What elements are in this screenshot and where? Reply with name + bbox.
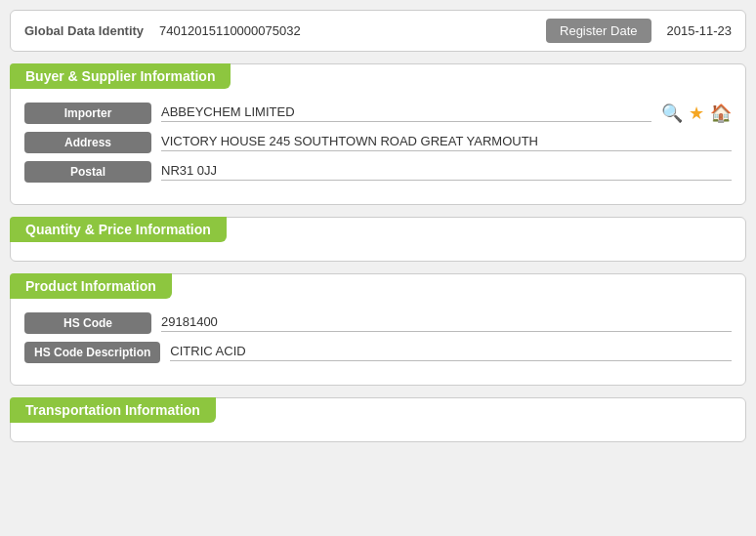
global-data-identity-value: 74012015110000075032 xyxy=(159,23,301,38)
product-info-body: HS Code 29181400 HS Code Description CIT… xyxy=(11,309,745,375)
hs-code-value: 29181400 xyxy=(161,314,732,332)
postal-label: Postal xyxy=(24,161,151,183)
postal-value: NR31 0JJ xyxy=(161,163,732,181)
product-info-header: Product Information xyxy=(10,273,172,299)
hs-code-description-row: HS Code Description CITRIC ACID xyxy=(24,342,732,363)
buyer-supplier-section: Buyer & Supplier Information Importer AB… xyxy=(10,63,746,205)
buyer-supplier-body: Importer ABBEYCHEM LIMITED 🔍 ★ 🏠 Address… xyxy=(11,99,745,194)
global-data-identity-label: Global Data Identity xyxy=(24,23,144,38)
transportation-header: Transportation Information xyxy=(10,397,216,423)
hs-code-label: HS Code xyxy=(24,312,151,334)
hs-code-row: HS Code 29181400 xyxy=(24,312,732,334)
search-icon[interactable]: 🔍 xyxy=(661,103,683,124)
home-icon[interactable]: 🏠 xyxy=(710,103,732,124)
action-icons: 🔍 ★ 🏠 xyxy=(661,103,732,124)
address-value: VICTORY HOUSE 245 SOUTHTOWN ROAD GREAT Y… xyxy=(161,134,732,151)
importer-value: ABBEYCHEM LIMITED xyxy=(161,104,651,122)
register-date-value: 2015-11-23 xyxy=(667,23,733,38)
buyer-supplier-header: Buyer & Supplier Information xyxy=(10,63,231,89)
transportation-section: Transportation Information xyxy=(10,397,746,442)
address-label: Address xyxy=(24,132,151,153)
register-date-button[interactable]: Register Date xyxy=(546,19,651,43)
postal-row: Postal NR31 0JJ xyxy=(24,161,732,183)
quantity-price-header: Quantity & Price Information xyxy=(10,217,227,242)
star-icon[interactable]: ★ xyxy=(689,103,704,124)
product-info-section: Product Information HS Code 29181400 HS … xyxy=(10,273,746,386)
top-bar: Global Data Identity 7401201511000007503… xyxy=(10,10,746,52)
importer-label: Importer xyxy=(24,103,151,124)
hs-code-description-label: HS Code Description xyxy=(24,342,160,363)
quantity-price-section: Quantity & Price Information xyxy=(10,217,746,262)
importer-row: Importer ABBEYCHEM LIMITED 🔍 ★ 🏠 xyxy=(24,103,732,124)
address-row: Address VICTORY HOUSE 245 SOUTHTOWN ROAD… xyxy=(24,132,732,153)
hs-code-description-value: CITRIC ACID xyxy=(170,344,732,361)
